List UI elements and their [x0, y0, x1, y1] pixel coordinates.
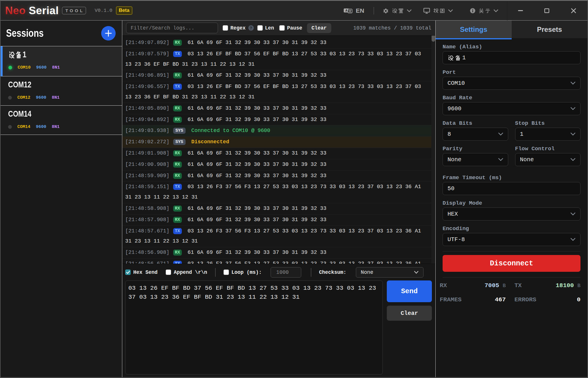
svg-text:A: A — [345, 9, 347, 12]
